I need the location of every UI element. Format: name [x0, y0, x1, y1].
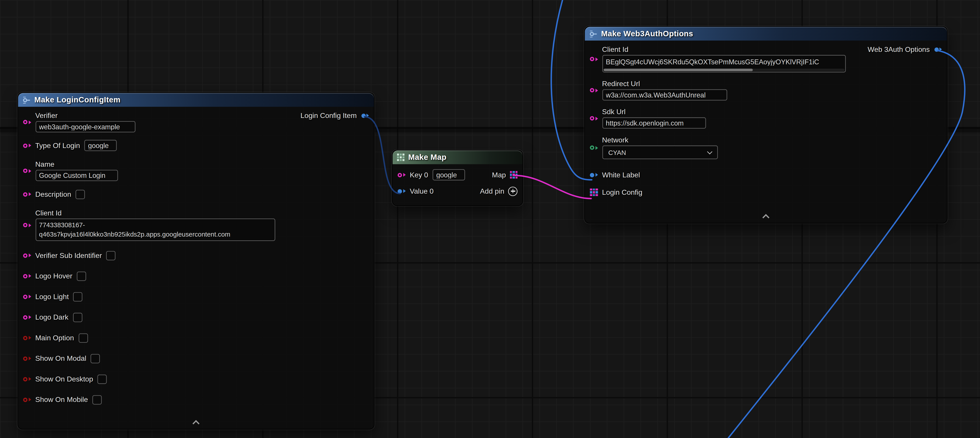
logo-hover-label: Logo Hover — [35, 272, 72, 280]
type-of-login-input[interactable] — [84, 140, 117, 151]
verifier-pin[interactable] — [23, 120, 31, 124]
main-option-label: Main Option — [35, 334, 74, 342]
add-pin-button[interactable] — [508, 186, 517, 196]
node-make-web3authoptions[interactable]: Make Web3AuthOptions Web 3Auth Options C… — [584, 26, 948, 223]
node-title: Make Map — [408, 153, 447, 162]
add-pin-label: Add pin — [480, 187, 504, 195]
login-config-pin[interactable] — [590, 188, 598, 196]
show-on-mobile-checkbox[interactable] — [92, 395, 102, 404]
logo-light-pin[interactable] — [23, 295, 31, 299]
verifier-sub-identifier-input[interactable] — [107, 251, 116, 260]
verifier-label: Verifier — [35, 112, 135, 119]
white-label-label: White Label — [602, 171, 640, 179]
key-0-input[interactable] — [433, 169, 465, 180]
name-pin[interactable] — [23, 169, 31, 173]
redirect-url-input[interactable] — [602, 89, 727, 100]
map-output-label: Map — [492, 171, 506, 179]
output-pin-label: Login Config Item — [301, 112, 357, 119]
node-title: Make LoginConfigItem — [34, 96, 120, 104]
logo-hover-pin[interactable] — [23, 274, 31, 278]
node-make-loginconfigitem[interactable]: Make LoginConfigItem Login Config Item V… — [18, 92, 375, 430]
verifier-sub-identifier-pin[interactable] — [23, 253, 31, 258]
description-pin[interactable] — [23, 192, 31, 196]
value-0-label: Value 0 — [410, 187, 434, 195]
make-struct-icon — [589, 30, 597, 38]
show-on-mobile-pin[interactable] — [23, 397, 31, 402]
unreal-blueprint-editor: Make LoginConfigItem Login Config Item V… — [0, 0, 980, 438]
client-id-input[interactable]: 774338308167- q463s7kpvja16l4l0kko3nb925… — [35, 218, 275, 241]
main-option-checkbox[interactable] — [78, 333, 88, 342]
type-of-login-pin[interactable] — [23, 143, 31, 148]
map-output-pin[interactable] — [509, 171, 517, 179]
client-id-pin[interactable] — [590, 57, 598, 61]
show-on-desktop-checkbox[interactable] — [97, 374, 107, 384]
description-label: Description — [35, 191, 71, 198]
type-of-login-label: Type Of Login — [35, 142, 80, 149]
node-header[interactable]: Make Map — [393, 150, 522, 164]
login-config-label: Login Config — [602, 188, 643, 196]
key-0-label: Key 0 — [410, 171, 428, 179]
redirect-url-label: Redirect Url — [602, 80, 727, 88]
main-option-pin[interactable] — [23, 336, 31, 340]
white-label-pin[interactable] — [590, 173, 598, 177]
chevron-up-icon — [192, 420, 200, 427]
client-id-label: Client Id — [35, 209, 275, 217]
make-struct-icon — [22, 96, 30, 104]
login-config-item-output-pin[interactable] — [361, 113, 369, 118]
show-on-mobile-label: Show On Mobile — [35, 396, 88, 403]
show-on-modal-checkbox[interactable] — [91, 354, 100, 363]
wire-map-to-login-config[interactable] — [514, 175, 591, 199]
name-input[interactable] — [35, 170, 118, 181]
map-container-icon — [397, 154, 404, 161]
redirect-url-pin[interactable] — [590, 88, 598, 92]
show-on-desktop-label: Show On Desktop — [35, 375, 93, 383]
show-on-modal-pin[interactable] — [23, 356, 31, 360]
collapse-advanced-button[interactable] — [188, 418, 204, 427]
node-header[interactable]: Make Web3AuthOptions — [585, 27, 947, 41]
network-label: Network — [602, 136, 718, 144]
show-on-desktop-pin[interactable] — [23, 377, 31, 381]
logo-hover-input[interactable] — [77, 271, 86, 281]
chevron-up-icon — [762, 214, 770, 221]
logo-dark-input[interactable] — [73, 312, 82, 322]
logo-light-input[interactable] — [73, 292, 83, 301]
name-label: Name — [35, 161, 118, 168]
web3auth-options-output-pin[interactable] — [934, 47, 942, 52]
key-0-pin[interactable] — [398, 173, 406, 177]
chevron-down-icon — [707, 149, 712, 154]
sdk-url-pin[interactable] — [590, 116, 598, 121]
show-on-modal-label: Show On Modal — [35, 355, 86, 362]
client-id-pin[interactable] — [23, 223, 31, 227]
verifier-sub-identifier-label: Verifier Sub Identifier — [35, 252, 102, 259]
node-make-map[interactable]: Make Map Key 0 Map Value 0 — [392, 150, 523, 206]
output-pin-label: Web 3Auth Options — [868, 46, 930, 53]
collapse-advanced-button[interactable] — [758, 212, 773, 221]
verifier-input[interactable] — [35, 121, 135, 132]
logo-light-label: Logo Light — [35, 293, 69, 301]
logo-dark-label: Logo Dark — [35, 313, 68, 321]
logo-dark-pin[interactable] — [23, 315, 31, 319]
horizontal-scrollbar[interactable] — [603, 69, 844, 71]
scrollbar-thumb[interactable] — [603, 69, 752, 71]
node-header[interactable]: Make LoginConfigItem — [18, 93, 374, 107]
node-title: Make Web3AuthOptions — [601, 29, 693, 38]
client-id-label: Client Id — [602, 46, 846, 53]
network-dropdown[interactable]: CYAN — [602, 145, 718, 159]
blueprint-graph-canvas[interactable]: Make LoginConfigItem Login Config Item V… — [0, 0, 980, 438]
description-input[interactable] — [76, 190, 85, 199]
sdk-url-input[interactable] — [602, 117, 706, 128]
sdk-url-label: Sdk Url — [602, 108, 706, 116]
network-selected-value: CYAN — [608, 149, 626, 156]
network-pin[interactable] — [590, 145, 598, 150]
value-0-pin[interactable] — [398, 189, 406, 193]
